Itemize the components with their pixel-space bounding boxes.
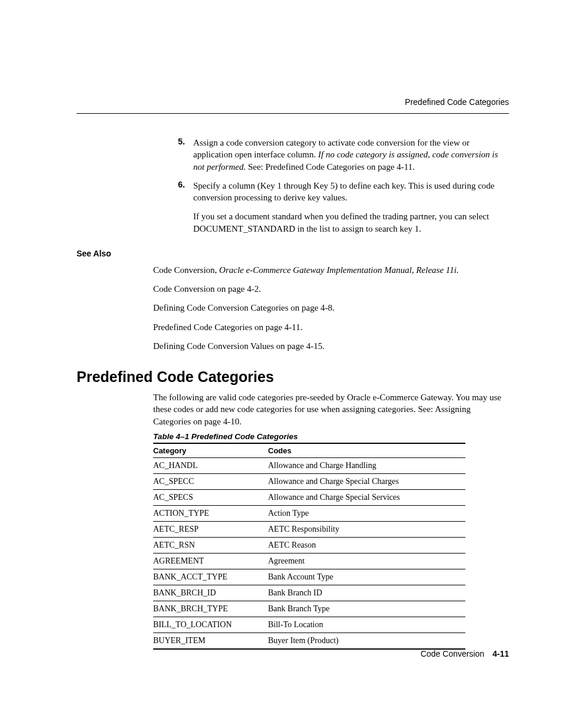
table-row: AC_SPECSAllowance and Charge Special Ser… <box>153 489 465 505</box>
cell-codes: Agreement <box>268 553 465 569</box>
step-6-extra: If you set a document standard when you … <box>193 210 509 235</box>
cell-category: BUYER_ITEM <box>153 633 268 649</box>
see-also-line: Defining Code Conversion Values on page … <box>153 340 509 352</box>
table-row: AC_SPECCAllowance and Charge Special Cha… <box>153 473 465 489</box>
cell-category: AETC_RESP <box>153 521 268 537</box>
cell-codes: Bank Branch Type <box>268 601 465 617</box>
cell-codes: Buyer Item (Product) <box>268 633 465 649</box>
table-header-row: Category Codes <box>153 443 465 458</box>
see-also-line: Defining Code Conversion Categories on p… <box>153 302 509 314</box>
table-row: BANK_BRCH_IDBank Branch ID <box>153 585 465 601</box>
table-row: ACTION_TYPEAction Type <box>153 505 465 521</box>
cell-codes: Bank Branch ID <box>268 585 465 601</box>
page-content: 5. Assign a code conversion category to … <box>77 137 509 650</box>
cell-category: BANK_BRCH_TYPE <box>153 601 268 617</box>
see-also-text: Predefined Code Categories on page 4-11. <box>153 322 303 332</box>
step-text: Specify a column (Key 1 through Key 5) t… <box>193 181 495 202</box>
step-number: 6. <box>170 180 185 204</box>
table-row: AC_HANDLAllowance and Charge Handling <box>153 457 465 473</box>
step-number: 5. <box>170 137 185 173</box>
cell-codes: Allowance and Charge Special Charges <box>268 473 465 489</box>
cell-category: AGREEMENT <box>153 553 268 569</box>
cell-category: BANK_BRCH_ID <box>153 585 268 601</box>
cell-codes: AETC Responsibility <box>268 521 465 537</box>
page-footer: Code Conversion 4-11 <box>421 649 509 658</box>
cell-category: AC_SPECS <box>153 489 268 505</box>
see-also-italic: Oracle e-Commerce Gateway Implementation… <box>219 265 459 275</box>
cell-category: BANK_ACCT_TYPE <box>153 569 268 585</box>
footer-chapter: Code Conversion <box>421 649 484 658</box>
table-row: BUYER_ITEMBuyer Item (Product) <box>153 633 465 649</box>
footer-page-number: 4-11 <box>492 649 509 658</box>
see-also-line: Predefined Code Categories on page 4-11. <box>153 321 509 333</box>
table-row: BANK_ACCT_TYPEBank Account Type <box>153 569 465 585</box>
cell-category: AETC_RSN <box>153 537 268 553</box>
see-also-line: Code Conversion, Oracle e-Commerce Gatew… <box>153 264 509 276</box>
step-5: 5. Assign a code conversion category to … <box>77 137 509 173</box>
running-header: Predefined Code Categories <box>405 97 509 107</box>
cell-codes: Allowance and Charge Handling <box>268 457 465 473</box>
table-caption: Table 4–1 Predefined Code Categories <box>153 432 509 441</box>
see-also-text: Code Conversion, <box>153 265 219 275</box>
table-row: BILL_TO_LOCATIONBill-To Location <box>153 617 465 633</box>
step-body: Specify a column (Key 1 through Key 5) t… <box>185 180 509 204</box>
step-text-xref: See: Predefined Code Categories on page … <box>246 162 415 172</box>
cell-category: ACTION_TYPE <box>153 505 268 521</box>
cell-codes: AETC Reason <box>268 537 465 553</box>
cell-category: AC_SPECC <box>153 473 268 489</box>
see-also-text: Defining Code Conversion Categories on p… <box>153 303 335 312</box>
see-also-line: Code Conversion on page 4-2. <box>153 283 509 295</box>
cell-category: BILL_TO_LOCATION <box>153 617 268 633</box>
col-header-category: Category <box>153 443 268 458</box>
see-also-text: Defining Code Conversion Values on page … <box>153 341 325 351</box>
table-row: AETC_RESPAETC Responsibility <box>153 521 465 537</box>
col-header-codes: Codes <box>268 443 465 458</box>
see-also-text: Code Conversion on page 4-2. <box>153 284 261 294</box>
cell-codes: Bank Account Type <box>268 569 465 585</box>
see-also-list: Code Conversion, Oracle e-Commerce Gatew… <box>77 264 509 352</box>
table-row: AETC_RSNAETC Reason <box>153 537 465 553</box>
cell-category: AC_HANDL <box>153 457 268 473</box>
cell-codes: Bill-To Location <box>268 617 465 633</box>
cell-codes: Allowance and Charge Special Services <box>268 489 465 505</box>
table-row: AGREEMENTAgreement <box>153 553 465 569</box>
header-rule <box>77 113 509 114</box>
step-body: Assign a code conversion category to act… <box>185 137 509 173</box>
cell-codes: Action Type <box>268 505 465 521</box>
table-row: BANK_BRCH_TYPEBank Branch Type <box>153 601 465 617</box>
section-heading: Predefined Code Categories <box>77 368 509 386</box>
step-6: 6. Specify a column (Key 1 through Key 5… <box>77 180 509 204</box>
codes-table: Category Codes AC_HANDLAllowance and Cha… <box>153 443 465 650</box>
section-intro: The following are valid code categories … <box>153 391 509 427</box>
see-also-heading: See Also <box>77 249 509 258</box>
